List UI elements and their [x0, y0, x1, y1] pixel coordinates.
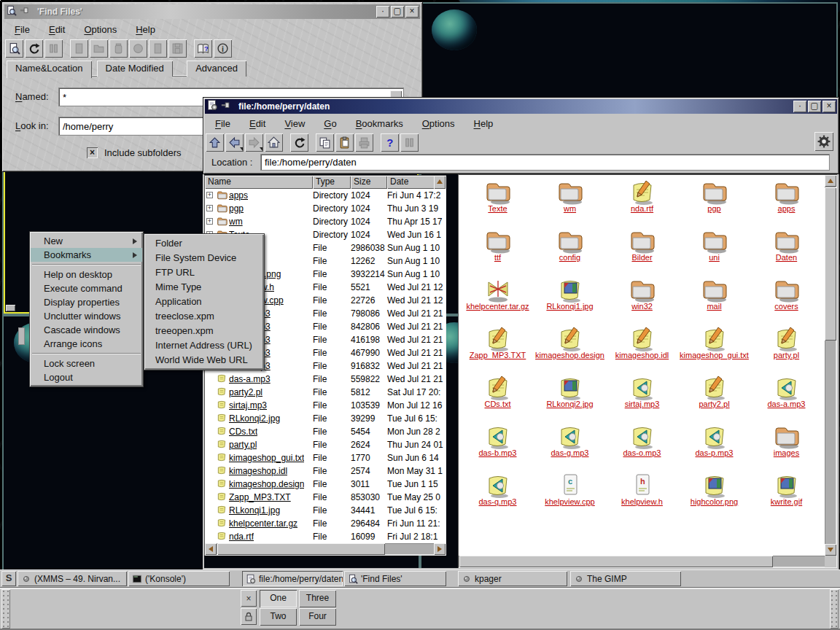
document-button[interactable]	[149, 39, 167, 58]
arrow-forward-button[interactable]	[245, 133, 263, 152]
location-input[interactable]	[261, 155, 829, 170]
file-name[interactable]: Zapp_MP3.TXT	[229, 492, 291, 502]
scroll-thumb[interactable]	[217, 543, 385, 555]
scroll-up-button[interactable]	[825, 175, 836, 187]
file-manager-titlebar[interactable]: file:/home/perry/daten · ▢ ×	[205, 99, 837, 114]
table-row[interactable]: kimageshop.idlFile2574Mon May 31 1	[205, 464, 446, 478]
file-icon-Bilder[interactable]: Bilder	[607, 227, 677, 275]
submenu-item-application[interactable]: Application	[145, 295, 263, 309]
file-icon-config[interactable]: config	[535, 227, 604, 275]
file-icon-das-a-mp3[interactable]: das-a.mp3	[752, 373, 821, 421]
scroll-thumb[interactable]	[825, 187, 836, 341]
tree-scroll-up-button[interactable]	[434, 176, 446, 189]
menu-item-bookmarks[interactable]: Bookmarks	[31, 248, 142, 262]
file-name[interactable]: kimageshop_gui.txt	[229, 453, 304, 463]
column-header-type[interactable]: Type	[313, 176, 351, 189]
tab-name-location[interactable]: Name&Location	[7, 61, 92, 78]
file-icon-Zapp-MP3-TXT[interactable]: Zapp_MP3.TXT	[463, 324, 532, 373]
taskbar-side-button[interactable]: S	[1, 571, 16, 586]
menu-item-lock-screen[interactable]: Lock screen	[31, 357, 142, 370]
file-icon-khelpview-cpp[interactable]: ckhelpview.cpp	[535, 471, 604, 519]
save-button[interactable]	[168, 39, 187, 58]
close-desktop-button[interactable]: ×	[241, 590, 257, 607]
file-icon-das-p-mp3[interactable]: das-p.mp3	[680, 422, 749, 470]
panel-hide-handle-left[interactable]	[1, 589, 10, 629]
paste-button[interactable]	[335, 133, 354, 152]
table-row[interactable]: kimageshop.designFile3011Tue Jun 1 15	[205, 478, 446, 491]
file-icon-nda-rtf[interactable]: nda.rtf	[607, 178, 677, 226]
file-icon-RLkonqi2-jpg[interactable]: RLkonqi2.jpg	[535, 373, 604, 421]
scroll-thumb[interactable]	[459, 556, 773, 567]
menu-item-logout[interactable]: Logout	[31, 370, 142, 384]
table-row[interactable]: das-a.mp3File559822Wed Jul 21 21	[205, 373, 446, 386]
close-button[interactable]: ×	[822, 101, 836, 112]
menu-item-new[interactable]: New	[31, 234, 142, 248]
table-row[interactable]: sirtaj.mp3File103539Mon Jul 12 16	[205, 399, 446, 412]
file-icon-khelpcenter-tar-gz[interactable]: khelpcenter.tar.gz	[463, 276, 532, 324]
find-files-menu-options[interactable]: Options	[74, 22, 126, 37]
file-icon-covers[interactable]: covers	[752, 276, 821, 324]
table-row[interactable]: party2.plFile5812Sat Jul 17 20:	[205, 386, 446, 399]
include-subfolders-checkbox[interactable]: ×	[87, 147, 98, 158]
file-icon-kimageshop-idl[interactable]: kimageshop.idl	[607, 324, 677, 373]
task-button-5[interactable]: kpager	[458, 571, 567, 586]
file-icon-party2-pl[interactable]: party2.pl	[680, 373, 749, 421]
document-button[interactable]	[70, 39, 88, 58]
folder-plain-button[interactable]	[90, 39, 108, 58]
file-name[interactable]: party.pl	[229, 440, 257, 450]
file-icon-Daten[interactable]: Daten	[752, 227, 821, 275]
menu-item-cascade-windows[interactable]: Cascade windows	[31, 323, 142, 337]
kfm-menu-go[interactable]: Go	[314, 116, 346, 131]
submenu-item-mime-type[interactable]: Mime Type	[145, 280, 263, 295]
kfm-menu-view[interactable]: View	[275, 116, 314, 131]
expander-icon[interactable]: +	[206, 218, 213, 225]
submenu-item-folder[interactable]: Folder	[145, 236, 263, 251]
file-name[interactable]: kimageshop.design	[229, 479, 304, 489]
pager-mini-window[interactable]	[18, 327, 25, 345]
file-icon-uni[interactable]: uni	[680, 227, 749, 275]
lock-screen-button[interactable]	[241, 608, 257, 625]
expander-icon[interactable]: +	[206, 192, 213, 198]
submenu-item-world-wide-web-url[interactable]: World Wide Web URL	[145, 353, 263, 368]
file-icon-das-q-mp3[interactable]: das-q.mp3	[463, 471, 532, 519]
table-row[interactable]: Zapp_MP3.TXTFile853030Tue May 25 0	[205, 491, 446, 504]
file-icon-RLkonqi1-jpg[interactable]: RLkonqi1.jpg	[535, 276, 604, 324]
icon-vertical-scrollbar[interactable]	[825, 175, 836, 556]
tab-date-modified[interactable]: Date Modified	[97, 61, 173, 77]
kfm-menu-file[interactable]: File	[206, 116, 240, 131]
file-icon-das-b-mp3[interactable]: das-b.mp3	[463, 422, 532, 470]
menu-item-arrange-icons[interactable]: Arrange icons	[31, 337, 142, 351]
desktop-button-three[interactable]: Three	[299, 590, 336, 607]
column-header-size[interactable]: Size	[351, 176, 387, 189]
maximize-button[interactable]: ▢	[391, 6, 404, 18]
desktop-button-four[interactable]: Four	[299, 608, 336, 626]
table-row[interactable]: nda.rtfFile16099Fri Jul 2 18:1	[205, 530, 446, 543]
task-button-3[interactable]: file:/home/perry/daten	[242, 571, 343, 586]
close-button[interactable]: ×	[405, 6, 419, 18]
find-files-titlebar[interactable]: 'Find Files' · ▢ ×	[4, 4, 420, 19]
tree-horizontal-scrollbar[interactable]	[205, 543, 446, 555]
tab-advanced[interactable]: Advanced	[187, 61, 246, 77]
submenu-item-treeopen-xpm[interactable]: treeopen.xpm	[145, 324, 263, 338]
sticky-button[interactable]: ·	[793, 101, 806, 112]
print-button[interactable]	[355, 133, 373, 152]
arrow-up-button[interactable]	[206, 133, 224, 152]
submenu-item-file-system-device[interactable]: File System Device	[145, 251, 263, 265]
search-file-button[interactable]	[5, 39, 23, 58]
task-button-2[interactable]: ('Konsole')	[128, 571, 230, 586]
file-icon-mail[interactable]: mail	[680, 276, 749, 324]
file-icon-khelpview-h[interactable]: hkhelpview.h	[607, 471, 677, 519]
file-icon-ttf[interactable]: ttf	[463, 227, 532, 275]
table-row[interactable]: party.plFile2624Thu Jun 24 01	[205, 438, 446, 451]
maximize-button[interactable]: ▢	[808, 101, 821, 112]
task-button-4[interactable]: 'Find Files'	[344, 571, 446, 586]
kfm-menu-edit[interactable]: Edit	[240, 116, 275, 131]
archive-button[interactable]	[109, 39, 128, 58]
file-name[interactable]: das-a.mp3	[229, 374, 271, 384]
kfm-menu-help[interactable]: Help	[464, 116, 503, 131]
file-icon-das-o-mp3[interactable]: das-o.mp3	[607, 422, 677, 470]
submenu-item-internet-address-url-[interactable]: Internet Address (URL)	[145, 338, 263, 353]
file-name[interactable]: apps	[229, 190, 248, 201]
file-icon-images[interactable]: images	[752, 422, 821, 470]
task-button-6[interactable]: The GIMP	[570, 571, 681, 586]
